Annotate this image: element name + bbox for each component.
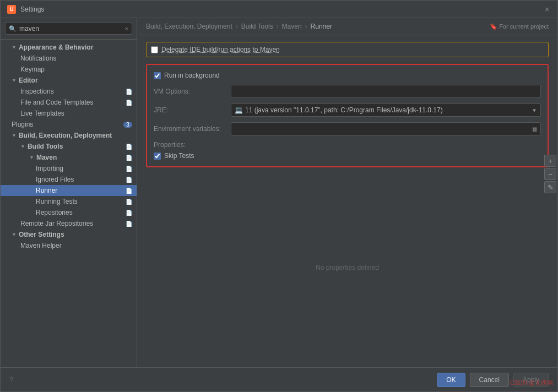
copy-icon-inspections: 📄 <box>126 89 132 95</box>
nav-item-other-settings[interactable]: ▼ Other Settings <box>1 229 137 240</box>
jre-dropdown[interactable]: 💻 11 (java version "11.0.17", path: C:/P… <box>231 104 541 117</box>
help-button[interactable]: ? <box>9 375 13 384</box>
vm-options-row: VM Options: <box>154 85 541 98</box>
sidebar-item-runner[interactable]: Runner 📄 <box>1 185 137 196</box>
nav-label-live-templates: Live Templates <box>20 110 64 117</box>
settings-content: Delegate IDE build/run actions to Maven … <box>137 35 557 367</box>
breadcrumb-sep-2: › <box>277 23 279 30</box>
copy-icon-importing: 📄 <box>126 166 132 172</box>
nav-label-remote-jar: Remote Jar Repositories <box>20 220 93 227</box>
breadcrumb-sep-3: › <box>305 23 307 30</box>
app-icon: U <box>7 5 16 14</box>
settings-dialog: U Settings × 🔍 × ▼ Appearance & Behavior <box>0 0 558 392</box>
search-icon: 🔍 <box>9 25 17 32</box>
title-bar-left: U Settings <box>7 5 44 14</box>
delegate-checkbox[interactable] <box>151 46 158 53</box>
sidebar: 🔍 × ▼ Appearance & Behavior Notification… <box>1 18 137 367</box>
title-bar: U Settings × <box>1 1 557 18</box>
nav-label-ignored-files: Ignored Files <box>36 176 74 183</box>
sidebar-item-running-tests[interactable]: Running Tests 📄 <box>1 196 137 207</box>
nav-label-repositories: Repositories <box>36 209 73 216</box>
sidebar-item-maven-helper[interactable]: Maven Helper <box>1 240 137 251</box>
arrow-icon-build: ▼ <box>12 133 17 138</box>
search-input-wrap: 🔍 × <box>5 23 132 35</box>
jre-dropdown-value: 💻 11 (java version "11.0.17", path: C:/P… <box>235 106 443 114</box>
search-input[interactable] <box>19 25 122 32</box>
run-background-row: Run in background <box>154 72 541 79</box>
sidebar-item-repositories[interactable]: Repositories 📄 <box>1 207 137 218</box>
arrow-icon-editor: ▼ <box>12 78 17 83</box>
arrow-icon-maven: ▼ <box>29 155 34 160</box>
breadcrumb-sep-1: › <box>236 23 238 30</box>
copy-icon-build-tools: 📄 <box>126 144 132 150</box>
nav-label-build-tools: Build Tools <box>28 143 63 150</box>
edit-property-button[interactable]: ✎ <box>544 181 556 193</box>
monitor-icon: 💻 <box>235 106 243 114</box>
sidebar-item-file-code-templates[interactable]: File and Code Templates 📄 <box>1 97 137 108</box>
arrow-icon-other: ▼ <box>12 232 17 237</box>
sidebar-item-remote-jar[interactable]: Remote Jar Repositories 📄 <box>1 218 137 229</box>
sidebar-item-importing[interactable]: Importing 📄 <box>1 163 137 174</box>
env-vars-row: Environment variables: ▦ <box>154 122 541 135</box>
cancel-button[interactable]: Cancel <box>470 373 509 387</box>
copy-icon-remote-jar: 📄 <box>126 221 132 227</box>
nav-label-inspections: Inspections <box>20 88 54 95</box>
runner-box: Run in background VM Options: JRE: <box>146 64 549 167</box>
vm-options-input[interactable] <box>231 85 541 98</box>
sidebar-item-inspections[interactable]: Inspections 📄 <box>1 86 137 97</box>
arrow-icon: ▼ <box>12 45 17 50</box>
nav-item-build-exec[interactable]: ▼ Build, Execution, Deployment <box>1 130 137 141</box>
nav-label-running-tests: Running Tests <box>36 198 78 205</box>
nav-label-keymap: Keymap <box>20 66 45 73</box>
remove-property-button[interactable]: − <box>544 168 556 180</box>
env-vars-field: ▦ <box>231 122 541 135</box>
run-background-checkbox[interactable] <box>154 72 161 79</box>
env-edit-button[interactable]: ▦ <box>532 126 537 132</box>
no-properties-text: No properties defined <box>316 264 379 271</box>
for-project-label: 🔖 For current project <box>490 23 549 30</box>
plugins-badge: 3 <box>123 122 132 128</box>
breadcrumb: Build, Execution, Deployment › Build Too… <box>137 18 557 35</box>
vm-options-value <box>231 85 541 98</box>
breadcrumb-part-2: Build Tools <box>241 23 273 30</box>
sidebar-item-plugins[interactable]: Plugins 3 <box>1 119 137 130</box>
nav-item-editor[interactable]: ▼ Editor <box>1 75 137 86</box>
no-properties-area: No properties defined <box>146 174 549 361</box>
dialog-title: Settings <box>20 6 44 13</box>
bookmark-icon: 🔖 <box>490 23 497 30</box>
arrow-icon-build-tools: ▼ <box>20 144 25 149</box>
nav-item-build-tools[interactable]: ▼ Build Tools 📄 <box>1 141 137 152</box>
sidebar-item-ignored-files[interactable]: Ignored Files 📄 <box>1 174 137 185</box>
nav-label-maven-helper: Maven Helper <box>20 242 62 249</box>
skip-tests-checkbox[interactable] <box>154 153 161 160</box>
nav-label-file-code-templates: File and Code Templates <box>20 99 94 106</box>
run-background-label[interactable]: Run in background <box>164 72 220 79</box>
copy-icon-file-code: 📄 <box>126 100 132 106</box>
add-property-button[interactable]: + <box>544 155 556 167</box>
vm-options-label: VM Options: <box>154 88 231 95</box>
ok-button[interactable]: OK <box>437 373 465 387</box>
nav-item-maven[interactable]: ▼ Maven 📄 <box>1 152 137 163</box>
delegate-label[interactable]: Delegate IDE build/run actions to Maven <box>161 46 280 53</box>
skip-tests-label[interactable]: Skip Tests <box>164 152 194 160</box>
jre-row: JRE: 💻 11 (java version "11.0.17", path:… <box>154 104 541 117</box>
nav-label-maven: Maven <box>36 154 57 161</box>
copy-icon-repositories: 📄 <box>126 210 132 216</box>
main-panel: Build, Execution, Deployment › Build Too… <box>137 18 557 367</box>
delegate-row: Delegate IDE build/run actions to Maven <box>146 42 549 57</box>
nav-label-build-exec: Build, Execution, Deployment <box>19 132 112 139</box>
search-box: 🔍 × <box>1 18 137 40</box>
jre-dropdown-text: 11 (java version "11.0.17", path: C:/Pro… <box>245 106 443 114</box>
copy-icon-runner: 📄 <box>126 188 132 194</box>
close-button[interactable]: × <box>543 6 551 13</box>
clear-icon[interactable]: × <box>125 25 128 32</box>
sidebar-item-live-templates[interactable]: Live Templates <box>1 108 137 119</box>
sidebar-item-notifications[interactable]: Notifications <box>1 53 137 64</box>
properties-label: Properties: <box>154 141 541 149</box>
copy-icon-ignored-files: 📄 <box>126 177 132 183</box>
copy-icon-running-tests: 📄 <box>126 199 132 205</box>
sidebar-item-keymap[interactable]: Keymap <box>1 64 137 75</box>
nav-item-appearance[interactable]: ▼ Appearance & Behavior <box>1 42 137 53</box>
nav-tree: ▼ Appearance & Behavior Notifications Ke… <box>1 40 137 367</box>
footer: ? OK Cancel Apply <box>1 367 557 391</box>
